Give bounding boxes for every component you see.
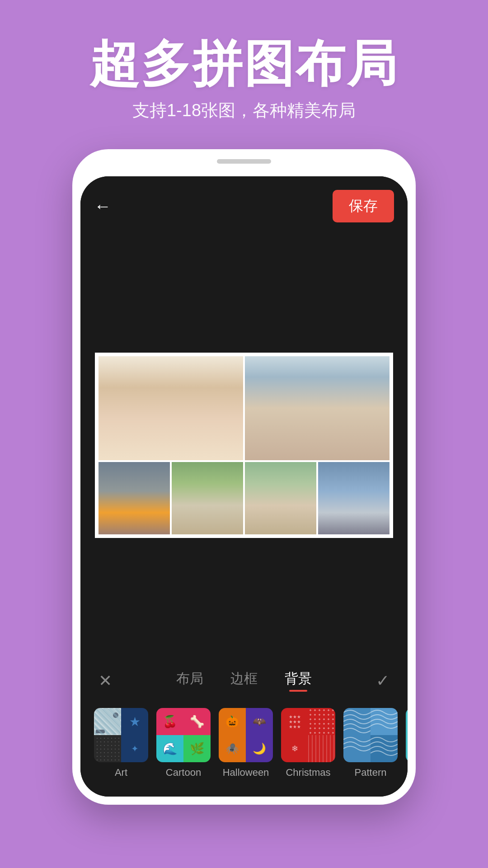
main-title: 超多拼图布局	[89, 36, 399, 91]
tabs-center: 布局 边框 背景	[176, 670, 312, 692]
collage-container	[95, 353, 393, 538]
tab-layout[interactable]: 布局	[176, 670, 203, 692]
theme-extra[interactable]	[406, 708, 408, 778]
top-bar: ← 保存	[80, 176, 408, 231]
theme-pattern-thumb	[343, 708, 398, 762]
theme-halloween-thumb: 🎃 🦇 🕷️ 🌙	[219, 708, 273, 762]
toolbar-tabs: ✕ 布局 边框 背景 ✓	[80, 659, 408, 699]
theme-halloween[interactable]: 🎃 🦇 🕷️ 🌙 Halloween	[219, 708, 273, 778]
phone-screen: ← 保存	[80, 176, 408, 797]
theme-scroll[interactable]: ★ ✦ Art	[80, 699, 408, 797]
phone-speaker	[217, 159, 271, 164]
theme-halloween-label: Halloween	[223, 767, 269, 778]
photo-cell-1	[99, 356, 243, 460]
theme-cartoon-label: Cartoon	[166, 767, 201, 778]
photo-cell-5	[245, 462, 316, 534]
back-button[interactable]: ←	[94, 197, 111, 216]
theme-extra-thumb	[406, 708, 408, 762]
confirm-button[interactable]: ✓	[376, 671, 389, 690]
cancel-button[interactable]: ✕	[99, 671, 112, 690]
theme-cartoon-thumb: 🍒 🦴 🌊 🌿	[156, 708, 211, 762]
photo-cell-3	[99, 462, 170, 534]
save-button[interactable]: 保存	[333, 190, 394, 222]
tab-border[interactable]: 边框	[230, 670, 258, 692]
collage-top-row	[99, 356, 389, 460]
theme-pattern-label: Pattern	[355, 767, 387, 778]
theme-cartoon[interactable]: 🍒 🦴 🌊 🌿 Cartoon	[156, 708, 211, 778]
phone-shell: ← 保存	[72, 149, 416, 805]
collage-bottom-row	[99, 462, 389, 534]
theme-christmas-thumb: ★★★★★★★★★ ❄	[281, 708, 335, 762]
theme-pattern[interactable]: Pattern	[343, 708, 398, 778]
header-section: 超多拼图布局 支持1-18张图，各种精美布局	[89, 36, 399, 122]
theme-art-thumb: ★ ✦	[94, 708, 148, 762]
photo-cell-2	[245, 356, 389, 460]
collage-area	[80, 231, 408, 659]
photo-cell-4	[172, 462, 243, 534]
theme-christmas-label: Christmas	[286, 767, 330, 778]
theme-art[interactable]: ★ ✦ Art	[94, 708, 148, 778]
tab-background[interactable]: 背景	[285, 670, 312, 692]
phone-mockup: ← 保存	[72, 149, 416, 805]
photo-cell-6	[318, 462, 389, 534]
bottom-toolbar: ✕ 布局 边框 背景 ✓	[80, 659, 408, 797]
theme-art-label: Art	[115, 767, 127, 778]
theme-christmas[interactable]: ★★★★★★★★★ ❄	[281, 708, 335, 778]
main-subtitle: 支持1-18张图，各种精美布局	[89, 99, 399, 122]
